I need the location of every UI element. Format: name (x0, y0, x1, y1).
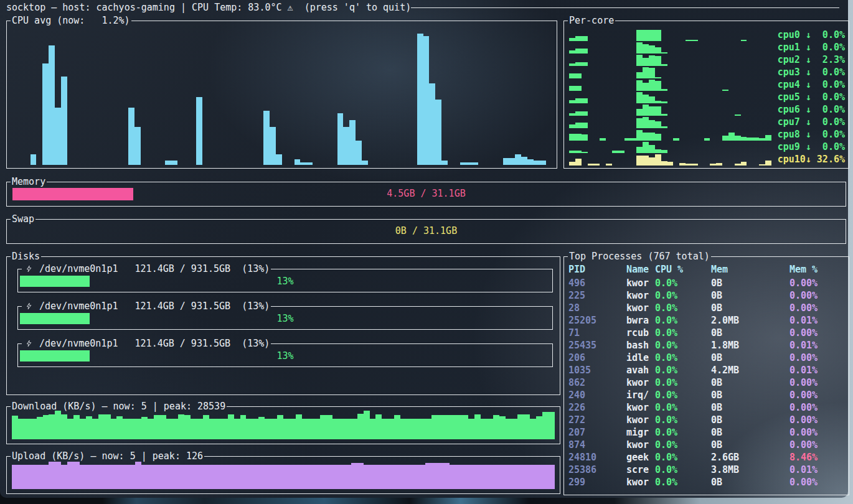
upload-chart (12, 460, 555, 489)
process-cpu: 0.0% (655, 389, 711, 401)
process-row: 25435bash0.0%1.8MB0.01% (564, 339, 849, 352)
top-processes-panel: Top Processes (767 total) PID Name CPU %… (563, 256, 849, 495)
core-label: cpu8 ↓ 0.0% (776, 128, 845, 141)
process-cpu: 0.0% (655, 401, 711, 414)
core-row: cpu9 ↓ 0.0% (569, 141, 845, 153)
core-label: cpu7 ↓ 0.0% (776, 116, 845, 128)
process-mempct: 0.00% (789, 327, 849, 339)
process-pid: 206 (568, 352, 626, 364)
process-pid: 71 (568, 327, 626, 339)
process-name: kwor (626, 476, 655, 488)
disk-item-label: /dev/nvme0n1p1 121.4GB / 931.5GB (13%) (34, 301, 270, 312)
process-mem: 1.8MB (711, 339, 789, 352)
process-mempct: 0.00% (789, 426, 849, 439)
process-mempct: 0.01% (789, 464, 849, 476)
core-label: cpu4 ↓ 0.0% (776, 78, 845, 91)
core-usage-sparkline (569, 80, 771, 91)
process-mem: 0B (711, 289, 789, 302)
app-titlebar: socktop — host: cachyos-gaming | CPU Tem… (6, 1, 839, 14)
core-usage-sparkline (569, 67, 771, 78)
process-mem: 4.2MB (711, 364, 789, 376)
process-mempct: 0.00% (789, 277, 849, 289)
process-mempct: 0.01% (789, 314, 849, 327)
process-mempct: 8.46% (789, 451, 849, 464)
per-core-panel: Per-core cpu0 ↓ 0.0%cpu1 ↓ 0.0%cpu2 ↓ 2.… (563, 21, 849, 169)
memory-panel: Memory 4.5GB / 31.1GB (6, 182, 846, 207)
core-usage-sparkline (569, 55, 771, 66)
process-cpu: 0.0% (655, 289, 711, 302)
core-label: cpu9 ↓ 0.0% (776, 141, 845, 153)
process-mem: 0B (711, 302, 789, 314)
process-name: kwor (626, 401, 655, 414)
core-label: cpu1 ↓ 0.0% (776, 41, 845, 54)
process-cpu: 0.0% (655, 302, 711, 314)
process-mempct: 0.00% (789, 352, 849, 364)
process-row: 874kwor0.0%0B0.00% (564, 439, 849, 451)
cpu-avg-chart (12, 29, 552, 165)
process-name: bwra (626, 314, 655, 327)
process-cpu: 0.0% (655, 439, 711, 451)
disk-item-label: /dev/nvme0n1p1 121.4GB / 931.5GB (13%) (34, 263, 270, 274)
process-name: kwor (626, 376, 655, 389)
process-row: 496kwor0.0%0B0.00% (564, 277, 849, 289)
process-cpu: 0.0% (655, 339, 711, 352)
process-mem: 0B (711, 439, 789, 451)
process-table-body: 496kwor0.0%0B0.00%225kwor0.0%0B0.00%28kw… (564, 277, 849, 488)
process-name: geek (626, 451, 655, 464)
core-usage-sparkline (569, 30, 771, 41)
disk-item-label: /dev/nvme0n1p1 121.4GB / 931.5GB (13%) (34, 338, 270, 349)
core-row: cpu7 ↓ 0.0% (569, 116, 845, 128)
disks-panel: Disks /dev/nvme0n1p1 121.4GB / 931.5GB (… (6, 256, 560, 395)
process-row: 71rcub0.0%0B0.00% (564, 327, 849, 339)
process-cpu: 0.0% (655, 376, 711, 389)
process-pid: 25386 (568, 464, 626, 476)
process-mempct: 0.00% (789, 302, 849, 314)
core-usage-sparkline (569, 117, 771, 128)
process-pid: 874 (568, 439, 626, 451)
process-name: rcub (626, 327, 655, 339)
process-row: 299kwor0.0%0B0.00% (564, 476, 849, 488)
process-mem: 0B (711, 389, 789, 401)
col-cpu: CPU % (655, 263, 711, 276)
process-name: bash (626, 339, 655, 352)
process-row: 24810geek0.0%2.6GB8.46% (564, 451, 849, 464)
process-mem: 0B (711, 352, 789, 364)
core-row: cpu10↓ 32.6% (569, 153, 845, 166)
process-row: 240irq/0.0%0B0.00% (564, 389, 849, 401)
process-mem: 0B (711, 476, 789, 488)
process-name: scre (626, 464, 655, 476)
process-mempct: 0.00% (789, 376, 849, 389)
core-row: cpu6 ↓ 0.0% (569, 103, 845, 116)
process-mempct: 0.00% (789, 289, 849, 302)
core-label: cpu10↓ 32.6% (776, 153, 845, 166)
process-mempct: 0.01% (789, 339, 849, 352)
process-mempct: 0.00% (789, 389, 849, 401)
terminal-window: socktop — host: cachyos-gaming | CPU Tem… (0, 0, 848, 498)
process-name: irq/ (626, 389, 655, 401)
process-row: 206idle0.0%0B0.00% (564, 352, 849, 364)
process-mem: 0B (711, 401, 789, 414)
disk-usage-percent: 13% (18, 312, 552, 325)
core-label: cpu0 ↓ 0.0% (776, 29, 845, 41)
core-usage-sparkline (569, 142, 771, 153)
swap-title: Swap (11, 213, 35, 225)
disks-title: Disks (11, 250, 41, 263)
core-row: cpu0 ↓ 0.0% (569, 29, 845, 41)
process-mem: 3.8MB (711, 464, 789, 476)
process-name: kwor (626, 439, 655, 451)
process-mem: 0B (711, 426, 789, 439)
core-row: cpu4 ↓ 0.0% (569, 78, 845, 91)
swap-usage-text: 0B / 31.1GB (7, 225, 846, 237)
process-mempct: 0.01% (789, 364, 849, 376)
process-pid: 862 (568, 376, 626, 389)
process-pid: 1035 (568, 364, 626, 376)
core-row: cpu2 ↓ 2.3% (569, 54, 845, 66)
process-mem: 0B (711, 414, 789, 426)
per-core-rows: cpu0 ↓ 0.0%cpu1 ↓ 0.0%cpu2 ↓ 2.3%cpu3 ↓ … (569, 29, 845, 166)
process-row: 25205bwra0.0%2.0MB0.01% (564, 314, 849, 327)
process-row: 1035avah0.0%4.2MB0.01% (564, 364, 849, 376)
process-mem: 2.0MB (711, 314, 789, 327)
cpu-avg-title: CPU avg (now: 1.2%) (11, 14, 131, 27)
titlebar-rule (411, 7, 839, 8)
core-row: cpu1 ↓ 0.0% (569, 41, 845, 54)
